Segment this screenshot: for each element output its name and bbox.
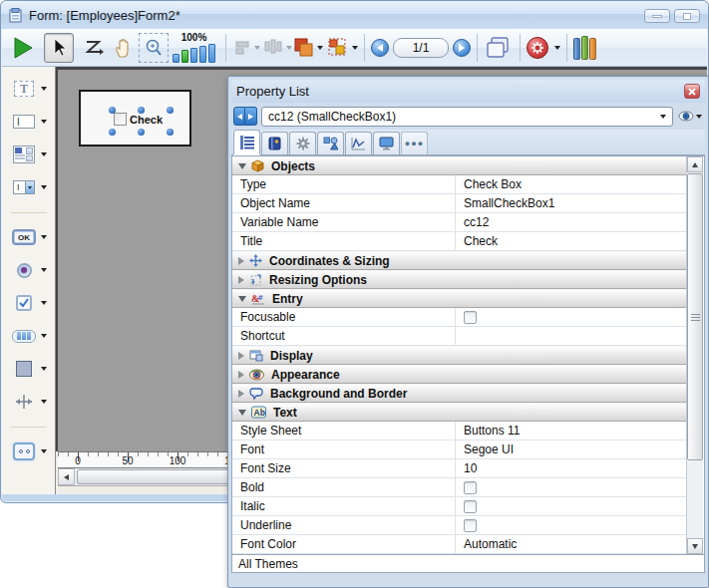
- minimize-button[interactable]: [644, 9, 670, 23]
- button-grid-dropdown-icon[interactable]: [41, 334, 47, 338]
- text-tool-dropdown-icon[interactable]: [41, 87, 47, 91]
- zoom-tool-button[interactable]: [139, 33, 169, 63]
- layer-tool-button[interactable]: [292, 33, 323, 63]
- form-pages-button[interactable]: [484, 33, 514, 63]
- list-tool-dropdown-icon[interactable]: [41, 152, 47, 156]
- checkbox-tool-dropdown-icon[interactable]: [41, 301, 47, 305]
- execute-form-button[interactable]: [8, 33, 38, 63]
- radio-button-tool[interactable]: [10, 260, 47, 280]
- move-tool-button[interactable]: [109, 33, 139, 63]
- focusable-checkbox[interactable]: [464, 311, 477, 324]
- shortcut-value[interactable]: [456, 327, 686, 345]
- zoom-level-widget[interactable]: 100%: [173, 33, 215, 63]
- splitter-dropdown-icon[interactable]: [41, 400, 47, 404]
- input-field-tool[interactable]: I: [10, 112, 47, 132]
- button-tool-dropdown-icon[interactable]: [41, 235, 47, 239]
- section-header-entry[interactable]: &# Entry: [232, 289, 686, 308]
- group-dropdown-icon[interactable]: [352, 46, 358, 50]
- scroll-up-button[interactable]: [687, 156, 703, 172]
- zoom-bars-icon[interactable]: [173, 43, 215, 63]
- vertical-scrollbar[interactable]: [686, 156, 703, 554]
- next-object-button[interactable]: [245, 107, 257, 126]
- rectangle-dropdown-icon[interactable]: [41, 367, 47, 371]
- plugin-dropdown-icon[interactable]: [41, 449, 47, 453]
- align-dropdown-icon[interactable]: [254, 46, 260, 50]
- radio-tool-dropdown-icon[interactable]: [41, 268, 47, 272]
- object-selector-dropdown[interactable]: cc12 (SmallCheckBox1): [261, 107, 673, 127]
- tab-shapes[interactable]: [317, 132, 344, 154]
- window-titlebar[interactable]: Form: [Employees]Form2*: [1, 1, 708, 29]
- input-field-dropdown-icon[interactable]: [41, 120, 47, 124]
- align-tool-button[interactable]: [232, 33, 262, 63]
- tab-settings[interactable]: [289, 132, 316, 154]
- font-color-value[interactable]: Automatic: [456, 535, 686, 553]
- disclosure-expanded-icon[interactable]: [238, 296, 246, 302]
- plugin-area-tool[interactable]: [10, 441, 47, 461]
- themes-status-bar[interactable]: All Themes: [231, 554, 705, 573]
- disclosure-collapsed-icon[interactable]: [238, 352, 244, 360]
- disclosure-expanded-icon[interactable]: [238, 163, 246, 169]
- combo-box-dropdown-icon[interactable]: [41, 185, 47, 189]
- group-tool-button[interactable]: [327, 33, 358, 63]
- distribute-dropdown-icon[interactable]: [286, 46, 292, 50]
- tab-display[interactable]: [373, 132, 400, 154]
- scroll-down-button[interactable]: [687, 538, 703, 554]
- section-header-background[interactable]: Background and Border: [232, 384, 686, 403]
- object-name-value[interactable]: SmallCheckBox1: [456, 194, 686, 212]
- underline-checkbox[interactable]: [464, 519, 477, 532]
- section-header-display[interactable]: Display: [232, 346, 686, 365]
- selection-handle[interactable]: [138, 107, 145, 114]
- title-value[interactable]: Check: [456, 232, 686, 250]
- section-header-appearance[interactable]: Appearance: [232, 365, 686, 384]
- property-list-titlebar[interactable]: Property List: [231, 80, 705, 103]
- view-options-button[interactable]: [677, 111, 703, 122]
- combo-box-tool[interactable]: I: [10, 177, 47, 197]
- scroll-left-button[interactable]: [58, 468, 75, 485]
- settings-button[interactable]: [527, 33, 560, 63]
- section-header-text[interactable]: Ab Text: [232, 403, 686, 422]
- previous-page-button[interactable]: [371, 39, 389, 57]
- tab-all-properties[interactable]: [233, 130, 260, 154]
- bold-checkbox[interactable]: [464, 481, 477, 494]
- tab-objects[interactable]: [261, 132, 288, 154]
- font-value[interactable]: Segoe UI: [456, 441, 686, 458]
- italic-checkbox[interactable]: [464, 500, 477, 513]
- list-tool[interactable]: [10, 145, 47, 164]
- library-button[interactable]: [573, 36, 596, 60]
- selection-handle[interactable]: [138, 129, 145, 136]
- button-tool[interactable]: OK: [10, 227, 47, 247]
- form-page-area[interactable]: Check: [79, 90, 191, 147]
- style-sheet-value[interactable]: Buttons 11: [456, 422, 686, 440]
- settings-dropdown-icon[interactable]: [554, 46, 560, 50]
- entry-order-tool-button[interactable]: [79, 33, 109, 63]
- button-grid-tool[interactable]: [10, 326, 47, 346]
- font-size-value[interactable]: 10: [456, 459, 686, 477]
- splitter-tool[interactable]: [10, 392, 47, 412]
- selection-handle[interactable]: [167, 107, 174, 114]
- pointer-tool-button[interactable]: [44, 33, 74, 63]
- maximize-button[interactable]: [674, 9, 700, 23]
- selection-handle[interactable]: [167, 129, 174, 136]
- selection-handle[interactable]: [109, 107, 116, 114]
- tab-events[interactable]: [345, 132, 372, 154]
- checkbox-object[interactable]: Check: [114, 113, 163, 126]
- previous-object-button[interactable]: [233, 107, 245, 126]
- section-header-coordinates[interactable]: Coordinates & Sizing: [232, 251, 686, 270]
- disclosure-collapsed-icon[interactable]: [238, 390, 244, 398]
- tab-more[interactable]: ●●●: [401, 132, 428, 154]
- disclosure-collapsed-icon[interactable]: [238, 257, 244, 265]
- layer-dropdown-icon[interactable]: [317, 46, 323, 50]
- section-header-objects[interactable]: Objects: [232, 156, 686, 175]
- scroll-track[interactable]: [687, 460, 703, 538]
- text-tool[interactable]: T: [10, 79, 47, 99]
- disclosure-collapsed-icon[interactable]: [238, 371, 244, 379]
- close-button[interactable]: [684, 84, 700, 99]
- distribute-tool-button[interactable]: [262, 33, 292, 63]
- next-page-button[interactable]: [453, 39, 471, 57]
- selection-handle[interactable]: [109, 129, 116, 136]
- disclosure-expanded-icon[interactable]: [238, 410, 246, 416]
- disclosure-collapsed-icon[interactable]: [238, 276, 244, 284]
- vertical-scroll-thumb[interactable]: [687, 173, 703, 460]
- section-header-resizing[interactable]: Resizing Options: [232, 270, 686, 289]
- rectangle-tool[interactable]: [10, 359, 47, 379]
